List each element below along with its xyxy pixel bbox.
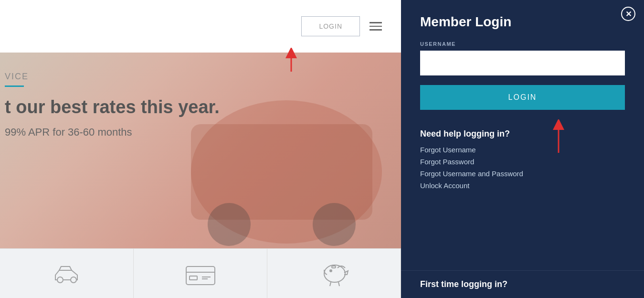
hero-apr-text: 99% APR for 36-60 months <box>5 126 220 138</box>
panel-content-area: Member Login USERNAME LOGIN Need help lo… <box>401 0 644 270</box>
member-login-panel: ✕ Member Login USERNAME LOGIN Need help … <box>401 0 644 298</box>
bottom-icons-bar <box>0 248 401 298</box>
unlock-account-link[interactable]: Unlock Account <box>420 181 625 190</box>
svg-point-12 <box>330 270 332 272</box>
forgot-username-password-link[interactable]: Forgot Username and Password <box>420 170 625 178</box>
username-input[interactable] <box>420 51 625 75</box>
svg-rect-8 <box>190 276 197 280</box>
hero-service-label: VICE <box>5 72 220 82</box>
header-login-button[interactable]: LOGIN <box>301 16 360 36</box>
help-heading: Need help logging in? <box>420 129 625 139</box>
panel-title: Member Login <box>420 14 625 30</box>
hamburger-menu-button[interactable] <box>370 22 382 31</box>
site-background: LOGIN VICE t our best rates this year. 9… <box>0 0 401 298</box>
svg-point-4 <box>57 277 63 283</box>
forgot-password-link[interactable]: Forgot Password <box>420 158 625 166</box>
svg-point-2 <box>208 203 251 246</box>
first-time-heading: First time logging in? <box>420 279 625 289</box>
svg-rect-13 <box>332 266 336 268</box>
site-header: LOGIN <box>0 0 401 53</box>
first-time-section: First time logging in? <box>401 270 644 298</box>
username-label: USERNAME <box>420 41 625 47</box>
svg-point-5 <box>71 277 76 283</box>
piggy-bank-icon-item[interactable] <box>267 249 401 298</box>
help-section: Need help logging in? Forgot Username Fo… <box>420 124 625 190</box>
credit-card-icon-item[interactable] <box>134 249 267 298</box>
forgot-username-link[interactable]: Forgot Username <box>420 146 625 154</box>
credit-card-icon <box>184 262 217 286</box>
piggy-bank-icon <box>317 259 351 288</box>
svg-point-3 <box>313 203 356 246</box>
car-icon-item[interactable] <box>0 249 134 298</box>
panel-login-button[interactable]: LOGIN <box>420 85 625 110</box>
hero-underline <box>5 85 24 87</box>
car-icon <box>53 262 81 286</box>
hero-headline: t our best rates this year. <box>5 96 220 118</box>
close-panel-button[interactable]: ✕ <box>621 7 635 21</box>
hero-section: VICE t our best rates this year. 99% APR… <box>0 53 401 248</box>
svg-rect-1 <box>191 124 372 220</box>
hero-text-block: VICE t our best rates this year. 99% APR… <box>5 72 220 138</box>
